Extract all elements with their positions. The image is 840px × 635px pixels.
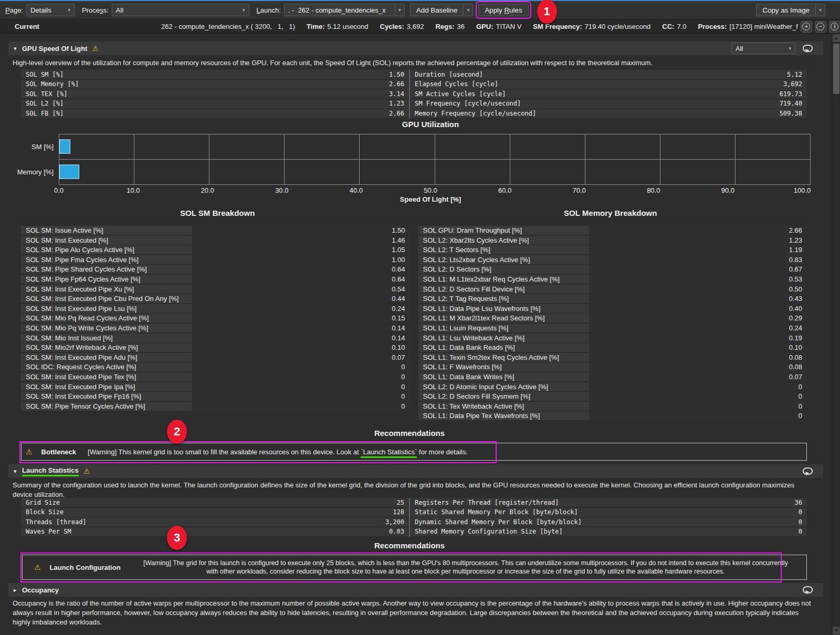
section-title: Occupancy	[22, 586, 59, 594]
zoom-in-button[interactable]: +	[801, 21, 812, 33]
table-row: SOL SM: Pipe Shared Cycles Active [%]0.6…	[21, 265, 410, 274]
sol-memory-breakdown-title: SOL Memory Breakdown	[414, 209, 807, 217]
x-tick-label: 50.0	[424, 186, 437, 194]
x-tick-label: 10.0	[127, 186, 140, 194]
table-row: SOL Memory [%]2.66	[21, 80, 409, 89]
stat-item: CC:7.0	[662, 23, 686, 30]
chart-category-label: Memory [%]	[8, 160, 59, 185]
comment-bubble-icon[interactable]	[803, 586, 813, 594]
table-row: Elapsed Cycles [cycle]3,692	[410, 80, 807, 89]
scrollbar-thumb[interactable]	[833, 44, 839, 94]
warning-icon: ⚠	[34, 563, 41, 571]
add-baseline-button[interactable]: Add Baseline	[410, 4, 464, 16]
chart-x-ticks: 0.010.020.030.040.050.060.070.080.090.01…	[59, 185, 802, 195]
table-row: SOL TEX [%]3.14	[21, 89, 409, 98]
annotation-badge-2: 2	[167, 420, 187, 444]
table-row: SOL SM: Pipe Fma Cycles Active [%]1.00	[21, 255, 410, 264]
launch-statistics-table: Grid Size25Block Size128Threads [thread]…	[21, 498, 807, 537]
stat-item: GPU:TITAN V	[476, 23, 521, 30]
info-icon: i	[831, 23, 838, 30]
info-button[interactable]: i	[829, 21, 840, 33]
launch-label: Launch:	[257, 6, 281, 14]
launch-table-left: Grid Size25Block Size128Threads [thread]…	[21, 498, 409, 537]
collapse-arrow-icon[interactable]: ▾	[14, 468, 22, 475]
table-row: SOL L2: T Sectors [%]1.19	[418, 245, 807, 254]
table-row: SOL L1: Lsu Writeback Active [%]0.19	[418, 334, 807, 342]
scroll-up-button[interactable]: ▲	[833, 34, 840, 42]
table-row: SOL SM: Issue Active [%]1.50	[21, 226, 410, 235]
stat-item: Time:5.12 usecond	[307, 23, 369, 30]
table-row: Static Shared Memory Per Block [byte/blo…	[410, 508, 807, 517]
section-header-gpu-speed-of-light[interactable]: ▾ GPU Speed Of Light ⚠ All ▾	[8, 41, 823, 55]
table-row: SOL SM: Pipe Tensor Cycles Active [%]0	[21, 402, 410, 411]
section-header-launch-statistics[interactable]: ▾ Launch Statistics ⚠	[8, 464, 823, 478]
table-row: Shared Memory Configuration Size [byte]0	[410, 527, 807, 536]
expand-arrow-icon[interactable]: ▸	[14, 587, 22, 594]
table-row: Memory Frequency [cycle/usecond]509.38	[410, 109, 807, 118]
chevron-down-icon: ▾	[398, 7, 401, 13]
warning-icon: ⚠	[92, 44, 99, 53]
table-row: SOL L2: T Tag Requests [%]0.43	[418, 294, 807, 303]
rule-message: [Warning] This kernel grid is too small …	[88, 448, 468, 456]
table-row: Grid Size25	[21, 498, 409, 507]
table-row: SOL L2: Xbar2lts Cycles Active [%]1.23	[418, 236, 807, 245]
warning-icon: ⚠	[26, 447, 33, 456]
chart-bar	[59, 165, 79, 179]
recommendations-heading: Recommendations	[8, 541, 811, 550]
add-baseline-arrow[interactable]: ▾	[464, 4, 473, 16]
table-row: SOL L2: D Atomic Input Cycles Active [%]…	[418, 382, 807, 391]
table-row: SOL SM: Inst Executed Pipe Tex [%]0	[21, 372, 410, 381]
current-stats: Time:5.12 usecondCycles:3,692Regs:36GPU:…	[295, 23, 798, 30]
rule-message: [Warning] The grid for this launch is co…	[132, 559, 806, 576]
copy-as-image-button[interactable]: Copy as Image	[756, 4, 816, 16]
table-row: SOL SM: Pipe Alu Cycles Active [%]1.05	[21, 245, 410, 254]
launch-dropdown[interactable]: . - 262 - compute_tendencies_x	[284, 4, 395, 16]
launch-dropdown-arrow[interactable]: ▾	[395, 4, 405, 16]
launch-table-right: Registers Per Thread [register/thread]36…	[409, 498, 807, 537]
section-header-occupancy[interactable]: ▸ Occupancy	[8, 583, 823, 597]
page-dropdown[interactable]: Details ▾	[26, 4, 75, 16]
zoom-out-button[interactable]: −	[815, 21, 826, 33]
table-row: Dynamic Shared Memory Per Block [byte/bl…	[410, 517, 807, 526]
x-tick-label: 100.0	[794, 186, 811, 194]
minus-icon: −	[816, 23, 824, 30]
comment-bubble-icon[interactable]	[803, 467, 813, 475]
table-row: Registers Per Thread [register/thread]36	[410, 498, 807, 507]
table-row: SOL SM: Inst Executed Pipe Lsu [%]0.24	[21, 304, 410, 313]
table-row: SM Frequency [cycle/usecond]719.40	[410, 99, 807, 108]
x-tick-label: 0.0	[54, 186, 64, 194]
apply-rules-button[interactable]: Apply Rules	[478, 4, 528, 16]
vertical-scrollbar[interactable]: ▲ ▼	[832, 34, 840, 635]
scroll-down-button[interactable]: ▼	[833, 627, 840, 634]
launch-statistics-link[interactable]: `Launch Statistics`	[361, 448, 417, 458]
table-row: SOL L1: Data Bank Reads [%]0.10	[418, 343, 807, 352]
chevron-down-icon: ▾	[783, 46, 791, 51]
chart-x-label: Speed Of Light [%]	[59, 195, 802, 206]
collapse-arrow-icon[interactable]: ▾	[14, 45, 22, 52]
toolbar: Page: Details ▾ Process: All ▾ Launch: .…	[0, 1, 840, 19]
process-dropdown[interactable]: All ▾	[112, 4, 249, 16]
kernel-name: 262 - compute_tendencies_x ( 3200, 1, 1)	[161, 23, 295, 30]
apply-rules-highlight-wrap: Apply Rules 1	[478, 4, 528, 16]
section-title: Launch Statistics	[22, 466, 79, 476]
table-row: SOL SM: Inst Executed Pipe Adu [%]0.07	[21, 353, 410, 362]
table-row: SOL SM: Pipe Fp64 Cycles Active [%]0.64	[21, 275, 410, 284]
table-row: SOL L2: D Sectors [%]0.67	[418, 265, 807, 274]
table-row: SOL L1: Data Bank Writes [%]0.07	[418, 372, 807, 381]
chart-category-label: SM [%]	[8, 134, 59, 160]
process-label: Process:	[82, 6, 109, 14]
table-row: SOL SM: Mio Pq Read Cycles Active [%]0.1…	[21, 314, 410, 322]
annotation-badge-1: 1	[537, 0, 557, 24]
chart-plot-area	[59, 134, 811, 160]
copy-as-image-arrow[interactable]: ▾	[816, 4, 825, 16]
sol-filter-dropdown[interactable]: All ▾	[731, 43, 795, 54]
table-row: SOL SM: Inst Executed Pipe Cbu Pred On A…	[21, 294, 410, 303]
table-row: SOL SM: Inst Executed Pipe Xu [%]0.54	[21, 285, 410, 294]
comment-bubble-icon[interactable]	[803, 45, 813, 52]
chart-bar	[59, 140, 70, 154]
sol-table-left: SOL SM [%]1.50SOL Memory [%]2.66SOL TEX …	[21, 70, 409, 119]
table-row: SOL L1: Lsuin Requests [%]0.24	[418, 324, 807, 332]
chart-plot-area	[59, 160, 811, 185]
launch-configuration-recommendation: 3 ⚠ Launch Configuration [Warning] The g…	[22, 555, 807, 580]
x-tick-label: 90.0	[721, 186, 734, 194]
